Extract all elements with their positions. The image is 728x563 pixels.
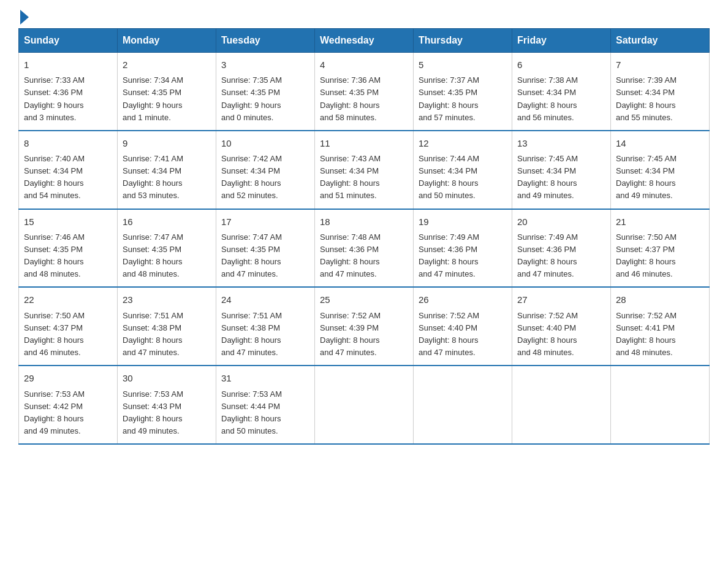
day-info: Sunrise: 7:38 AMSunset: 4:34 PMDaylight:… xyxy=(517,74,605,124)
column-header-sunday: Sunday xyxy=(19,29,118,53)
day-info: Sunrise: 7:52 AMSunset: 4:40 PMDaylight:… xyxy=(419,310,507,359)
day-info: Sunrise: 7:53 AMSunset: 4:42 PMDaylight:… xyxy=(24,388,112,438)
day-number: 5 xyxy=(419,58,507,72)
calendar-cell: 3 Sunrise: 7:35 AMSunset: 4:35 PMDayligh… xyxy=(216,53,315,131)
day-info: Sunrise: 7:37 AMSunset: 4:35 PMDaylight:… xyxy=(419,74,507,124)
day-number: 4 xyxy=(320,58,408,72)
calendar-cell: 20 Sunrise: 7:49 AMSunset: 4:36 PMDaylig… xyxy=(512,209,611,288)
header-row: SundayMondayTuesdayWednesdayThursdayFrid… xyxy=(19,29,710,53)
day-number: 29 xyxy=(24,371,112,385)
column-header-saturday: Saturday xyxy=(611,29,710,53)
column-header-tuesday: Tuesday xyxy=(216,29,315,53)
calendar-cell: 19 Sunrise: 7:49 AMSunset: 4:36 PMDaylig… xyxy=(414,209,512,288)
calendar-cell xyxy=(512,366,611,444)
column-header-wednesday: Wednesday xyxy=(315,29,414,53)
day-info: Sunrise: 7:53 AMSunset: 4:44 PMDaylight:… xyxy=(221,388,309,438)
calendar-cell: 17 Sunrise: 7:47 AMSunset: 4:35 PMDaylig… xyxy=(216,209,315,288)
day-number: 16 xyxy=(123,215,211,229)
week-row-3: 15 Sunrise: 7:46 AMSunset: 4:35 PMDaylig… xyxy=(19,209,710,288)
day-info: Sunrise: 7:41 AMSunset: 4:34 PMDaylight:… xyxy=(123,153,211,202)
calendar-cell: 7 Sunrise: 7:39 AMSunset: 4:34 PMDayligh… xyxy=(611,53,710,131)
calendar-cell: 6 Sunrise: 7:38 AMSunset: 4:34 PMDayligh… xyxy=(512,53,611,131)
day-info: Sunrise: 7:36 AMSunset: 4:35 PMDaylight:… xyxy=(320,74,408,124)
day-number: 23 xyxy=(123,293,211,307)
logo-arrow-icon xyxy=(20,10,29,25)
day-number: 31 xyxy=(221,371,309,385)
calendar-cell xyxy=(611,366,710,444)
calendar-cell: 30 Sunrise: 7:53 AMSunset: 4:43 PMDaylig… xyxy=(118,366,216,444)
day-number: 25 xyxy=(320,293,408,307)
day-info: Sunrise: 7:52 AMSunset: 4:40 PMDaylight:… xyxy=(517,310,605,359)
calendar-cell: 9 Sunrise: 7:41 AMSunset: 4:34 PMDayligh… xyxy=(118,131,216,209)
day-info: Sunrise: 7:50 AMSunset: 4:37 PMDaylight:… xyxy=(24,310,112,359)
calendar-cell: 13 Sunrise: 7:45 AMSunset: 4:34 PMDaylig… xyxy=(512,131,611,209)
day-number: 7 xyxy=(616,58,704,72)
day-info: Sunrise: 7:46 AMSunset: 4:35 PMDaylight:… xyxy=(24,231,112,281)
day-info: Sunrise: 7:51 AMSunset: 4:38 PMDaylight:… xyxy=(221,310,309,359)
day-number: 13 xyxy=(517,136,605,150)
calendar-cell: 29 Sunrise: 7:53 AMSunset: 4:42 PMDaylig… xyxy=(19,366,118,444)
calendar-cell: 24 Sunrise: 7:51 AMSunset: 4:38 PMDaylig… xyxy=(216,287,315,366)
calendar-cell: 5 Sunrise: 7:37 AMSunset: 4:35 PMDayligh… xyxy=(414,53,512,131)
day-info: Sunrise: 7:50 AMSunset: 4:37 PMDaylight:… xyxy=(616,231,704,281)
calendar-cell: 14 Sunrise: 7:45 AMSunset: 4:34 PMDaylig… xyxy=(611,131,710,209)
day-info: Sunrise: 7:45 AMSunset: 4:34 PMDaylight:… xyxy=(616,153,704,202)
day-number: 24 xyxy=(221,293,309,307)
day-number: 12 xyxy=(419,136,507,150)
day-info: Sunrise: 7:48 AMSunset: 4:36 PMDaylight:… xyxy=(320,231,408,281)
calendar-cell xyxy=(315,366,414,444)
day-info: Sunrise: 7:49 AMSunset: 4:36 PMDaylight:… xyxy=(517,231,605,281)
logo xyxy=(18,12,29,22)
day-info: Sunrise: 7:34 AMSunset: 4:35 PMDaylight:… xyxy=(123,74,211,124)
day-info: Sunrise: 7:39 AMSunset: 4:34 PMDaylight:… xyxy=(616,74,704,124)
day-number: 1 xyxy=(24,58,112,72)
calendar-cell: 12 Sunrise: 7:44 AMSunset: 4:34 PMDaylig… xyxy=(414,131,512,209)
day-number: 17 xyxy=(221,215,309,229)
day-info: Sunrise: 7:51 AMSunset: 4:38 PMDaylight:… xyxy=(123,310,211,359)
calendar-cell: 16 Sunrise: 7:47 AMSunset: 4:35 PMDaylig… xyxy=(118,209,216,288)
day-info: Sunrise: 7:43 AMSunset: 4:34 PMDaylight:… xyxy=(320,153,408,202)
calendar-table: SundayMondayTuesdayWednesdayThursdayFrid… xyxy=(18,28,710,445)
day-number: 14 xyxy=(616,136,704,150)
day-number: 3 xyxy=(221,58,309,72)
day-number: 9 xyxy=(123,136,211,150)
calendar-cell: 25 Sunrise: 7:52 AMSunset: 4:39 PMDaylig… xyxy=(315,287,414,366)
day-info: Sunrise: 7:45 AMSunset: 4:34 PMDaylight:… xyxy=(517,153,605,202)
calendar-cell: 26 Sunrise: 7:52 AMSunset: 4:40 PMDaylig… xyxy=(414,287,512,366)
calendar-cell: 11 Sunrise: 7:43 AMSunset: 4:34 PMDaylig… xyxy=(315,131,414,209)
day-info: Sunrise: 7:53 AMSunset: 4:43 PMDaylight:… xyxy=(123,388,211,438)
calendar-cell: 15 Sunrise: 7:46 AMSunset: 4:35 PMDaylig… xyxy=(19,209,118,288)
day-info: Sunrise: 7:44 AMSunset: 4:34 PMDaylight:… xyxy=(419,153,507,202)
day-info: Sunrise: 7:47 AMSunset: 4:35 PMDaylight:… xyxy=(123,231,211,281)
day-number: 28 xyxy=(616,293,704,307)
day-info: Sunrise: 7:52 AMSunset: 4:41 PMDaylight:… xyxy=(616,310,704,359)
week-row-2: 8 Sunrise: 7:40 AMSunset: 4:34 PMDayligh… xyxy=(19,131,710,209)
day-info: Sunrise: 7:42 AMSunset: 4:34 PMDaylight:… xyxy=(221,153,309,202)
calendar-cell: 27 Sunrise: 7:52 AMSunset: 4:40 PMDaylig… xyxy=(512,287,611,366)
day-number: 30 xyxy=(123,371,211,385)
day-number: 19 xyxy=(419,215,507,229)
calendar-cell: 22 Sunrise: 7:50 AMSunset: 4:37 PMDaylig… xyxy=(19,287,118,366)
day-info: Sunrise: 7:49 AMSunset: 4:36 PMDaylight:… xyxy=(419,231,507,281)
column-header-thursday: Thursday xyxy=(414,29,512,53)
column-header-monday: Monday xyxy=(118,29,216,53)
calendar-cell: 31 Sunrise: 7:53 AMSunset: 4:44 PMDaylig… xyxy=(216,366,315,444)
calendar-cell: 8 Sunrise: 7:40 AMSunset: 4:34 PMDayligh… xyxy=(19,131,118,209)
day-info: Sunrise: 7:35 AMSunset: 4:35 PMDaylight:… xyxy=(221,74,309,124)
day-number: 21 xyxy=(616,215,704,229)
day-number: 27 xyxy=(517,293,605,307)
day-number: 10 xyxy=(221,136,309,150)
day-number: 2 xyxy=(123,58,211,72)
page-header xyxy=(18,12,710,22)
day-info: Sunrise: 7:33 AMSunset: 4:36 PMDaylight:… xyxy=(24,74,112,124)
day-number: 18 xyxy=(320,215,408,229)
calendar-cell: 18 Sunrise: 7:48 AMSunset: 4:36 PMDaylig… xyxy=(315,209,414,288)
day-number: 22 xyxy=(24,293,112,307)
day-info: Sunrise: 7:47 AMSunset: 4:35 PMDaylight:… xyxy=(221,231,309,281)
day-number: 26 xyxy=(419,293,507,307)
column-header-friday: Friday xyxy=(512,29,611,53)
week-row-1: 1 Sunrise: 7:33 AMSunset: 4:36 PMDayligh… xyxy=(19,53,710,131)
calendar-cell: 28 Sunrise: 7:52 AMSunset: 4:41 PMDaylig… xyxy=(611,287,710,366)
week-row-5: 29 Sunrise: 7:53 AMSunset: 4:42 PMDaylig… xyxy=(19,366,710,444)
calendar-cell xyxy=(414,366,512,444)
